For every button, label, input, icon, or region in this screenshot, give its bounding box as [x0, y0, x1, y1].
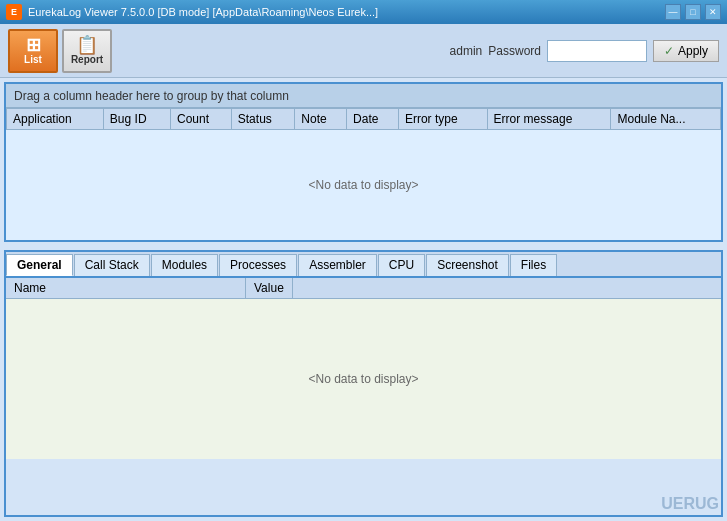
list-button[interactable]: ⊞ List — [8, 29, 58, 73]
maximize-button[interactable]: □ — [685, 4, 701, 20]
tab-general[interactable]: General — [6, 254, 73, 276]
bottom-no-data: <No data to display> — [6, 299, 721, 459]
bottom-col-name[interactable]: Name — [6, 278, 246, 298]
col-status[interactable]: Status — [231, 109, 295, 130]
bottom-section: General Call Stack Modules Processes Ass… — [4, 250, 723, 517]
toolbar: ⊞ List 📋 Report admin Password ✓ Apply — [0, 24, 727, 78]
bottom-no-data-text: <No data to display> — [308, 372, 418, 386]
top-section: Drag a column header here to group by th… — [4, 82, 723, 242]
tab-cpu[interactable]: CPU — [378, 254, 425, 276]
title-bar-left: E EurekaLog Viewer 7.5.0.0 [DB mode] [Ap… — [6, 4, 378, 20]
group-bar: Drag a column header here to group by th… — [6, 84, 721, 108]
col-errortype[interactable]: Error type — [398, 109, 487, 130]
report-label: Report — [71, 54, 103, 65]
close-button[interactable]: ✕ — [705, 4, 721, 20]
col-errormsg[interactable]: Error message — [487, 109, 611, 130]
title-bar: E EurekaLog Viewer 7.5.0.0 [DB mode] [Ap… — [0, 0, 727, 24]
apply-button[interactable]: ✓ Apply — [653, 40, 719, 62]
tab-callstack[interactable]: Call Stack — [74, 254, 150, 276]
window-title: EurekaLog Viewer 7.5.0.0 [DB mode] [AppD… — [28, 6, 378, 18]
main-no-data: <No data to display> — [6, 130, 721, 240]
password-label: Password — [488, 44, 541, 58]
col-bugid[interactable]: Bug ID — [103, 109, 170, 130]
minimize-button[interactable]: — — [665, 4, 681, 20]
main-table-area: Application Bug ID Count Status Note Dat… — [6, 108, 721, 240]
list-icon: ⊞ — [26, 36, 41, 54]
main-content: Drag a column header here to group by th… — [0, 78, 727, 521]
col-modulename[interactable]: Module Na... — [611, 109, 721, 130]
apply-label: Apply — [678, 44, 708, 58]
title-controls: — □ ✕ — [665, 4, 721, 20]
auth-username: admin — [450, 44, 483, 58]
tab-screenshot[interactable]: Screenshot — [426, 254, 509, 276]
col-date[interactable]: Date — [347, 109, 399, 130]
tab-assembler[interactable]: Assembler — [298, 254, 377, 276]
tab-files[interactable]: Files — [510, 254, 557, 276]
grid-header-row: Application Bug ID Count Status Note Dat… — [7, 109, 721, 130]
col-count[interactable]: Count — [170, 109, 231, 130]
tab-modules[interactable]: Modules — [151, 254, 218, 276]
col-note[interactable]: Note — [295, 109, 347, 130]
bottom-grid-header: Name Value — [6, 278, 721, 299]
auth-area: admin Password ✓ Apply — [450, 40, 719, 62]
group-bar-text: Drag a column header here to group by th… — [14, 89, 289, 103]
app-icon: E — [6, 4, 22, 20]
bottom-col-value[interactable]: Value — [246, 278, 293, 298]
checkmark-icon: ✓ — [664, 44, 674, 58]
password-input[interactable] — [547, 40, 647, 62]
main-data-grid: Application Bug ID Count Status Note Dat… — [6, 108, 721, 130]
tab-processes[interactable]: Processes — [219, 254, 297, 276]
list-label: List — [24, 54, 42, 65]
main-no-data-text: <No data to display> — [308, 178, 418, 192]
bottom-data-area: <No data to display> — [6, 299, 721, 459]
tabs-bar: General Call Stack Modules Processes Ass… — [6, 252, 721, 278]
report-button[interactable]: 📋 Report — [62, 29, 112, 73]
app-icon-letter: E — [11, 7, 17, 17]
report-icon: 📋 — [76, 36, 98, 54]
col-application[interactable]: Application — [7, 109, 104, 130]
